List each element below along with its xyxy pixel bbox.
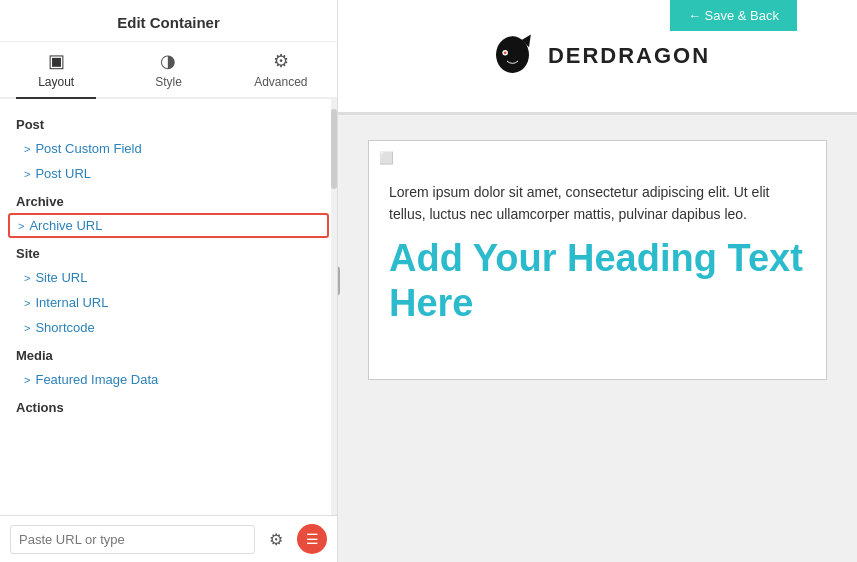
- panel-title: Edit Container: [0, 0, 337, 42]
- nav-post-url[interactable]: > Post URL: [0, 161, 337, 186]
- collapse-handle[interactable]: ‹: [338, 266, 340, 296]
- section-post: Post: [0, 109, 337, 136]
- logo-dragon-icon: [485, 29, 540, 84]
- section-archive: Archive: [0, 186, 337, 213]
- section-media: Media: [0, 340, 337, 367]
- layout-icon: ▣: [48, 50, 65, 72]
- menu-button[interactable]: ☰: [297, 524, 327, 554]
- logo-area: DERDRAGON: [485, 29, 710, 84]
- section-actions: Actions: [0, 392, 337, 419]
- arrow-icon: >: [24, 272, 30, 284]
- tab-style[interactable]: ◑ Style: [128, 50, 208, 97]
- right-panel: ‹ DERDRAGON ← Save & Back ⬜ Lorem i: [338, 0, 857, 562]
- nav-internal-url[interactable]: > Internal URL: [0, 290, 337, 315]
- nav-site-url[interactable]: > Site URL: [0, 265, 337, 290]
- card-body-text: Lorem ipsum dolor sit amet, consectetur …: [389, 181, 806, 226]
- site-header: DERDRAGON ← Save & Back: [338, 0, 857, 115]
- nav-site-url-label: Site URL: [35, 270, 87, 285]
- nav-shortcode[interactable]: > Shortcode: [0, 315, 337, 340]
- tab-style-label: Style: [155, 75, 182, 89]
- style-icon: ◑: [160, 50, 176, 72]
- logo-text: DERDRAGON: [548, 43, 710, 69]
- card-heading: Add Your Heading Text Here: [389, 236, 806, 327]
- gear-icon: ⚙: [269, 530, 283, 549]
- menu-icon: ☰: [306, 531, 319, 547]
- arrow-icon: >: [24, 168, 30, 180]
- arrow-icon: >: [24, 374, 30, 386]
- tab-advanced[interactable]: ⚙ Advanced: [241, 50, 321, 97]
- nav-content: Post > Post Custom Field > Post URL Arch…: [0, 99, 337, 515]
- card-handle-icon: ⬜: [379, 151, 394, 165]
- nav-archive-url-label: Archive URL: [29, 218, 102, 233]
- arrow-icon: >: [24, 322, 30, 334]
- nav-featured-image-label: Featured Image Data: [35, 372, 158, 387]
- nav-post-custom-field-label: Post Custom Field: [35, 141, 141, 156]
- svg-point-4: [504, 51, 507, 54]
- nav-internal-url-label: Internal URL: [35, 295, 108, 310]
- nav-shortcode-label: Shortcode: [35, 320, 94, 335]
- nav-archive-url[interactable]: > Archive URL: [8, 213, 329, 238]
- arrow-icon: >: [24, 297, 30, 309]
- left-panel: Edit Container ▣ Layout ◑ Style ⚙ Advanc…: [0, 0, 338, 562]
- url-input[interactable]: [10, 525, 255, 554]
- content-card: ⬜ Lorem ipsum dolor sit amet, consectetu…: [368, 140, 827, 380]
- bottom-bar: ⚙ ☰: [0, 515, 337, 562]
- save-back-button[interactable]: ← Save & Back: [670, 0, 797, 31]
- scroll-thumb: [331, 109, 337, 189]
- tab-layout-label: Layout: [38, 75, 74, 89]
- nav-post-custom-field[interactable]: > Post Custom Field: [0, 136, 337, 161]
- tab-advanced-label: Advanced: [254, 75, 307, 89]
- scrollbar[interactable]: [331, 99, 337, 515]
- gear-button[interactable]: ⚙: [261, 524, 291, 554]
- section-site: Site: [0, 238, 337, 265]
- tab-layout[interactable]: ▣ Layout: [16, 50, 96, 99]
- advanced-icon: ⚙: [273, 50, 289, 72]
- nav-featured-image[interactable]: > Featured Image Data: [0, 367, 337, 392]
- arrow-icon: >: [18, 220, 24, 232]
- arrow-icon: >: [24, 143, 30, 155]
- tabs-row: ▣ Layout ◑ Style ⚙ Advanced: [0, 42, 337, 99]
- nav-post-url-label: Post URL: [35, 166, 91, 181]
